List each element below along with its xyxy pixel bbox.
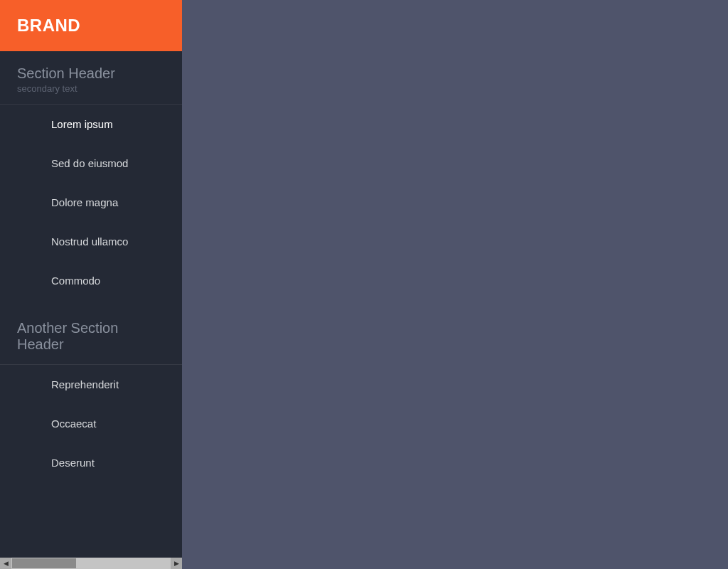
nav-item-commodo[interactable]: Commodo — [0, 261, 182, 300]
brand-label: BRAND — [17, 16, 80, 36]
section-header-title: Section Header — [17, 65, 165, 82]
nav-item-label: Occaecat — [0, 404, 182, 443]
nav-item-deserunt[interactable]: Deserunt — [0, 443, 182, 482]
nav-item-nostrud-ullamco[interactable]: Nostrud ullamco — [0, 222, 182, 261]
nav-item-dolore-magna[interactable]: Dolore magna — [0, 183, 182, 222]
nav-item-label: Commodo — [0, 261, 182, 300]
brand-banner[interactable]: BRAND — [0, 0, 182, 51]
nav-item-label: Reprehenderit — [0, 365, 182, 404]
nav-item-label: Deserunt — [0, 443, 182, 482]
scrollbar-right-arrow-icon[interactable]: ▶ — [171, 558, 182, 569]
nav-item-label: Lorem ipsum — [0, 105, 182, 144]
nav-item-label: Nostrud ullamco — [0, 222, 182, 261]
nav-item-label: Dolore magna — [0, 183, 182, 222]
section-header-1: Another Section Header — [0, 306, 182, 365]
horizontal-scrollbar[interactable]: ◀ ▶ — [0, 558, 182, 569]
main-content — [182, 0, 728, 569]
nav-item-reprehenderit[interactable]: Reprehenderit — [0, 365, 182, 404]
scrollbar-left-arrow-icon[interactable]: ◀ — [0, 558, 11, 569]
nav-item-sed-do-eiusmod[interactable]: Sed do eiusmod — [0, 144, 182, 183]
nav-item-label: Sed do eiusmod — [0, 144, 182, 183]
scrollbar-thumb[interactable] — [12, 558, 76, 568]
nav-list-1: Reprehenderit Occaecat Deserunt — [0, 365, 182, 488]
nav-item-lorem-ipsum[interactable]: Lorem ipsum — [0, 105, 182, 144]
section-header-secondary: secondary text — [17, 83, 165, 94]
section-header-title: Another Section Header — [17, 320, 165, 353]
section-header-0: Section Header secondary text — [0, 51, 182, 105]
sidebar: BRAND Section Header secondary text Lore… — [0, 0, 182, 569]
nav-list-0: Lorem ipsum Sed do eiusmod Dolore magna … — [0, 105, 182, 306]
nav-item-occaecat[interactable]: Occaecat — [0, 404, 182, 443]
